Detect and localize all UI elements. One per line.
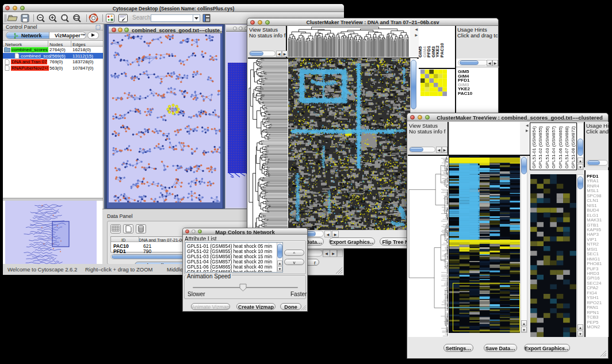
svg-text:GPL51-04 (GSM857): GPL51-04 (GSM857) — [551, 126, 556, 168]
svg-text:GPL51-06 (GSM865): GPL51-06 (GSM865) — [558, 126, 563, 168]
svg-text:PAC10: PAC10 — [439, 43, 445, 58]
svg-text:Search:: Search: — [132, 14, 152, 21]
svg-text:GPL51-03 (GSM856): GPL51-03 (GSM856) — [545, 126, 550, 168]
svg-text:GPL51-07 (GSM868): GPL51-07 (GSM868) — [564, 126, 569, 168]
svg-text:GPL51-01 (GSM854): GPL51-01 (GSM854) — [531, 126, 537, 168]
svg-text:GPL51-02 (GSM855): GPL51-02 (GSM855) — [538, 126, 543, 168]
svg-text:GPL51-08 (GSM872): GPL51-08 (GSM872) — [571, 126, 576, 168]
